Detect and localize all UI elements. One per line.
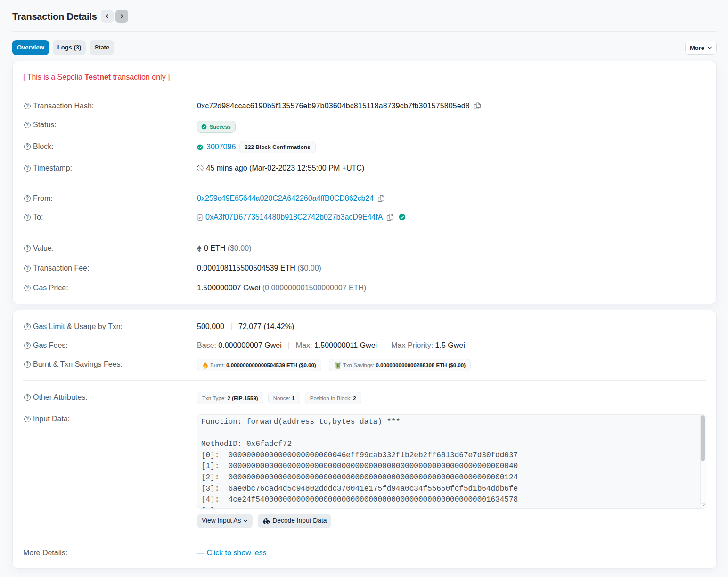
svg-text:$: $	[337, 364, 339, 368]
